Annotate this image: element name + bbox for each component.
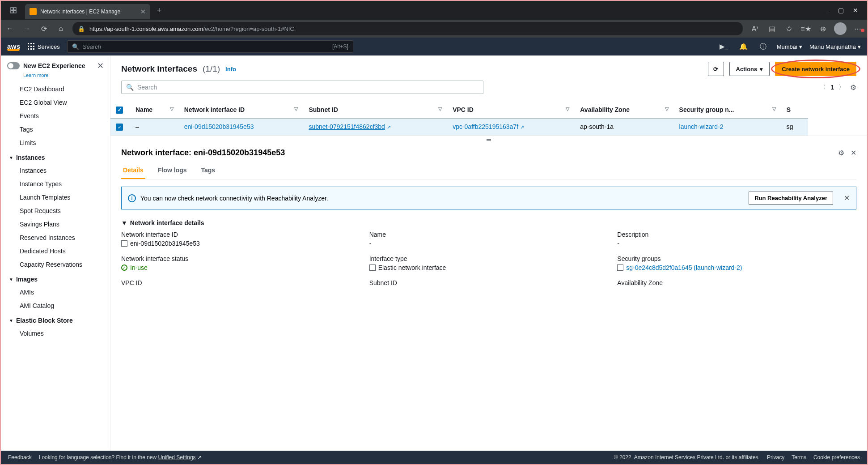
help-icon[interactable]: ⓘ	[757, 43, 770, 51]
sidebar-item[interactable]: Instances	[1, 164, 110, 177]
refresh-icon[interactable]: ⟳	[38, 25, 49, 33]
favorite-icon[interactable]: ✩	[783, 25, 795, 33]
aws-search[interactable]: 🔍 Search [Alt+S]	[67, 40, 353, 53]
privacy-link[interactable]: Privacy	[767, 454, 784, 461]
table-row[interactable]: ✓ – eni-09d15020b31945e53 subnet-0792151…	[110, 118, 808, 136]
row-checkbox[interactable]: ✓	[116, 124, 123, 131]
sort-icon[interactable]: ▽	[294, 106, 298, 112]
sidebar-group[interactable]: ▼Instances	[1, 149, 110, 164]
sidebar-item[interactable]: Instance Types	[1, 177, 110, 191]
menu-icon[interactable]: ⋯	[852, 25, 864, 33]
tab-details[interactable]: Details	[121, 162, 145, 179]
prev-page-icon[interactable]: 〈	[820, 83, 826, 91]
settings-icon[interactable]: ⚙	[850, 83, 856, 92]
sg-link[interactable]: launch-wizard-2	[679, 123, 724, 130]
terms-link[interactable]: Terms	[792, 454, 806, 461]
table-scroll[interactable]: ✓ Name▽ Network interface ID▽ Subnet ID▽…	[110, 101, 867, 136]
account-menu[interactable]: Manu Manjunatha▾	[809, 43, 861, 50]
address-bar[interactable]: 🔒 https://ap-south-1.console.aws.amazon.…	[72, 22, 743, 35]
browser-tab[interactable]: Network interfaces | EC2 Manage ✕	[25, 4, 150, 19]
profile-avatar[interactable]	[834, 22, 847, 35]
create-network-interface-button[interactable]: Create network interface	[775, 62, 856, 76]
sidebar-item[interactable]: Spot Requests	[1, 204, 110, 218]
field-value: -	[369, 240, 609, 247]
sort-icon[interactable]: ▽	[438, 106, 442, 112]
region-selector[interactable]: Mumbai▾	[777, 43, 802, 50]
copy-icon[interactable]	[617, 264, 623, 271]
cookie-link[interactable]: Cookie preferences	[813, 454, 860, 461]
alert-text: You can now check network connectivity w…	[140, 195, 328, 202]
translate-icon[interactable]: ▤	[766, 25, 778, 33]
collections-icon[interactable]: ⊕	[817, 25, 829, 33]
next-page-icon[interactable]: 〉	[838, 83, 845, 91]
panel-resize-handle[interactable]: ═	[110, 136, 867, 144]
sidebar-item[interactable]: EC2 Dashboard	[1, 82, 110, 96]
svg-rect-4	[30, 8, 37, 15]
sidebar-close-icon[interactable]: ✕	[97, 61, 104, 71]
sidebar-item[interactable]: Limits	[1, 136, 110, 149]
sidebar-item[interactable]: Reserved Instances	[1, 231, 110, 244]
maximize-icon[interactable]: ▢	[838, 7, 844, 14]
read-aloud-icon[interactable]: A⁾	[749, 25, 761, 33]
sort-icon[interactable]: ▽	[170, 106, 174, 112]
close-window-icon[interactable]: ✕	[853, 7, 858, 14]
select-all-checkbox[interactable]: ✓	[116, 107, 123, 114]
minimize-icon[interactable]: —	[823, 7, 829, 14]
sidebar-item[interactable]: AMIs	[1, 286, 110, 299]
new-experience-toggle[interactable]	[7, 62, 20, 69]
detail-settings-icon[interactable]: ⚙	[838, 149, 844, 157]
cloudshell-icon[interactable]: ▶_	[718, 43, 730, 51]
sidebar-group[interactable]: ▼Elastic Block Store	[1, 312, 110, 327]
tab-workspace-icon[interactable]	[4, 4, 22, 17]
notifications-icon[interactable]: 🔔	[737, 43, 750, 51]
section-title: Network interface details	[130, 219, 204, 226]
feedback-link[interactable]: Feedback	[8, 454, 32, 461]
alert-close-icon[interactable]: ✕	[844, 194, 850, 202]
unified-settings-link[interactable]: Unified Settings	[158, 454, 196, 461]
run-reachability-button[interactable]: Run Reachability Analyzer	[749, 192, 833, 205]
sidebar-item[interactable]: Launch Templates	[1, 191, 110, 204]
favorites-bar-icon[interactable]: ≡★	[800, 25, 812, 33]
eni-link[interactable]: eni-09d15020b31945e53	[184, 123, 254, 130]
learn-more-link[interactable]: Learn more	[1, 73, 110, 82]
aws-logo[interactable]: aws	[7, 43, 21, 51]
sort-icon[interactable]: ▽	[566, 106, 569, 112]
info-link[interactable]: Info	[225, 66, 236, 73]
sidebar-group[interactable]: ▼Images	[1, 271, 110, 286]
sidebar-item[interactable]: Capacity Reservations	[1, 258, 110, 271]
external-link-icon: ↗	[387, 124, 391, 130]
subnet-link[interactable]: subnet-0792151f4862cf3bd	[309, 123, 385, 130]
status-ok-icon: ✓	[121, 264, 127, 271]
sidebar-item[interactable]: Events	[1, 109, 110, 123]
copy-icon[interactable]	[121, 240, 127, 247]
sidebar-item[interactable]: EC2 Global View	[1, 96, 110, 109]
table-search[interactable]: 🔍 Search	[121, 81, 483, 94]
actions-button[interactable]: Actions▾	[729, 62, 770, 76]
new-tab-button[interactable]: +	[153, 4, 165, 17]
tab-tags[interactable]: Tags	[199, 162, 217, 179]
back-icon[interactable]: ←	[4, 25, 15, 33]
sg-detail-link[interactable]: sg-0e24c8d5d2f0a1645 (launch-wizard-2)	[626, 264, 742, 271]
sidebar-item[interactable]: Dedicated Hosts	[1, 244, 110, 258]
sort-icon[interactable]: ▽	[772, 106, 776, 112]
section-caret-icon[interactable]: ▼	[121, 219, 127, 226]
field-label: VPC ID	[121, 279, 360, 286]
sidebar-item[interactable]: Tags	[1, 123, 110, 136]
detail-close-icon[interactable]: ✕	[851, 149, 856, 157]
close-tab-icon[interactable]: ✕	[140, 8, 146, 15]
sort-icon[interactable]: ▽	[665, 106, 669, 112]
tab-flow-logs[interactable]: Flow logs	[156, 162, 189, 179]
search-shortcut: [Alt+S]	[332, 43, 348, 50]
home-icon[interactable]: ⌂	[55, 25, 66, 33]
field-value: Elastic network interface	[378, 264, 446, 271]
services-menu[interactable]: Services	[28, 43, 60, 50]
sidebar-item[interactable]: AMI Catalog	[1, 299, 110, 312]
refresh-button[interactable]: ⟳	[708, 62, 724, 76]
table-search-placeholder: Search	[137, 84, 157, 91]
copy-icon[interactable]	[369, 264, 376, 271]
sidebar-item[interactable]: Volumes	[1, 327, 110, 340]
field-label: Subnet ID	[369, 279, 609, 286]
vpc-link[interactable]: vpc-0affb225195163a7f	[453, 123, 518, 130]
copyright-text: © 2022, Amazon Internet Services Private…	[614, 454, 760, 461]
sidebar-item[interactable]: Savings Plans	[1, 218, 110, 231]
